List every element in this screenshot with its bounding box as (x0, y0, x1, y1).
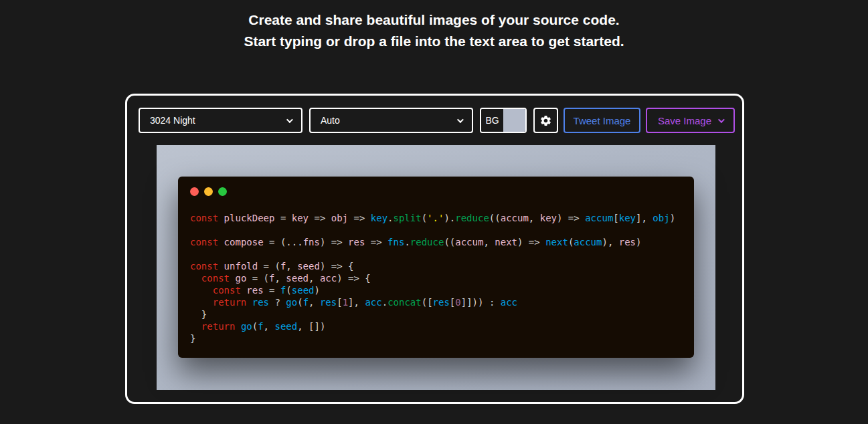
code-token (190, 273, 201, 284)
code-token: ) => { (337, 273, 371, 284)
tweet-image-button[interactable]: Tweet Image (563, 108, 640, 133)
code-token: const (190, 237, 218, 247)
code-token (190, 285, 213, 296)
code-area[interactable]: const pluckDeep = key => obj => key.spli… (190, 212, 682, 344)
theme-select-value: 3024 Night (150, 115, 195, 126)
code-token: ), (602, 237, 618, 247)
code-token: , (309, 297, 320, 308)
code-line: return go(f, seed, []) (190, 320, 682, 332)
code-token: ( (286, 285, 291, 296)
code-line: const go = (f, seed, acc) => { (190, 272, 682, 284)
code-token: return (201, 321, 236, 332)
settings-button[interactable] (533, 108, 558, 133)
code-token: go (241, 321, 252, 332)
code-token (218, 237, 224, 247)
bg-color-swatch[interactable] (503, 109, 525, 132)
code-token: ]])) : (461, 297, 501, 308)
code-token: ? (269, 297, 286, 308)
language-select-value: Auto (321, 115, 340, 126)
code-token: => (309, 213, 331, 223)
code-line: return res ? go(f, res[1], acc.concat([r… (190, 296, 682, 308)
code-token: ) (636, 237, 641, 247)
code-token: = (274, 213, 291, 223)
export-canvas-background[interactable]: const pluckDeep = key => obj => key.spli… (157, 145, 715, 390)
code-token: [ (613, 213, 618, 223)
code-token: , (286, 261, 297, 272)
code-window[interactable]: const pluckDeep = key => obj => key.spli… (178, 177, 694, 358)
code-token: 0 (455, 297, 460, 308)
code-token: go (286, 297, 297, 308)
code-token: accum (501, 213, 529, 223)
page-heading: Create and share beautiful images of you… (0, 9, 868, 52)
code-token: res (320, 297, 337, 308)
code-token: = ( (258, 261, 280, 272)
code-token: ], (348, 297, 365, 308)
toolbar: 3024 Night Auto BG Tweet Image Save Imag… (139, 108, 735, 133)
save-image-button[interactable]: Save Image (646, 108, 735, 133)
code-token: res (619, 237, 636, 247)
code-token: const (190, 261, 218, 272)
code-token: , (264, 321, 275, 332)
code-token: concat (387, 297, 422, 308)
code-token: const (201, 273, 230, 284)
code-token: accum (574, 237, 602, 247)
code-token: ( (297, 297, 302, 308)
code-token: ) (670, 213, 675, 223)
code-line: } (190, 332, 682, 344)
code-token: => (348, 213, 371, 223)
editor-container: 3024 Night Auto BG Tweet Image Save Imag… (125, 94, 744, 404)
code-token: reduce (410, 237, 444, 247)
code-token: } (190, 309, 207, 320)
code-token: ). (444, 213, 455, 223)
code-token: => (365, 237, 387, 247)
code-token: ) => (320, 237, 348, 247)
code-token: acc (501, 297, 517, 308)
code-token: ( (252, 321, 258, 332)
background-color-picker[interactable]: BG (480, 108, 527, 133)
code-token: accum (455, 237, 483, 247)
code-token: f (303, 297, 309, 308)
code-token: ([ (422, 297, 433, 308)
code-token: seed (297, 261, 320, 272)
code-line: const unfold = (f, seed) => { (190, 260, 682, 272)
code-token: obj (653, 213, 669, 223)
code-token (190, 321, 201, 332)
heading-line-2: Start typing or drop a file into the tex… (0, 31, 868, 52)
code-token: f (258, 321, 263, 332)
code-token: ) => (557, 213, 585, 223)
code-token: key (371, 213, 387, 223)
code-line: } (190, 308, 682, 320)
close-dot-icon (190, 187, 199, 196)
code-token: res (433, 297, 450, 308)
code-token: ) (315, 285, 320, 296)
code-token: acc (320, 273, 337, 284)
code-token: accum (585, 213, 613, 223)
code-token: go (235, 273, 246, 284)
code-token: , (309, 273, 320, 284)
code-token: ], (636, 213, 653, 223)
theme-select[interactable]: 3024 Night (139, 108, 302, 133)
code-token: . (387, 213, 393, 223)
code-token: seed (292, 285, 315, 296)
code-token: key (540, 213, 557, 223)
bg-label: BG (481, 109, 503, 132)
code-token: key (619, 213, 636, 223)
code-line (190, 248, 682, 260)
code-token: next (495, 237, 517, 247)
tweet-image-label: Tweet Image (574, 115, 631, 126)
minimize-dot-icon (204, 187, 213, 196)
code-token: (( (444, 237, 455, 247)
code-token: = (264, 285, 280, 296)
code-token (218, 261, 224, 272)
save-image-label: Save Image (658, 115, 711, 126)
code-token: = ( (246, 273, 269, 284)
code-token: '.' (427, 213, 444, 223)
code-token: , (529, 213, 540, 223)
code-token (218, 213, 224, 223)
code-line: const pluckDeep = key => obj => key.spli… (190, 212, 682, 224)
code-token: ) => (517, 237, 545, 247)
code-token: res (252, 297, 269, 308)
language-select[interactable]: Auto (309, 108, 473, 133)
code-token: [ (337, 297, 342, 308)
code-line: const res = f(seed) (190, 284, 682, 296)
